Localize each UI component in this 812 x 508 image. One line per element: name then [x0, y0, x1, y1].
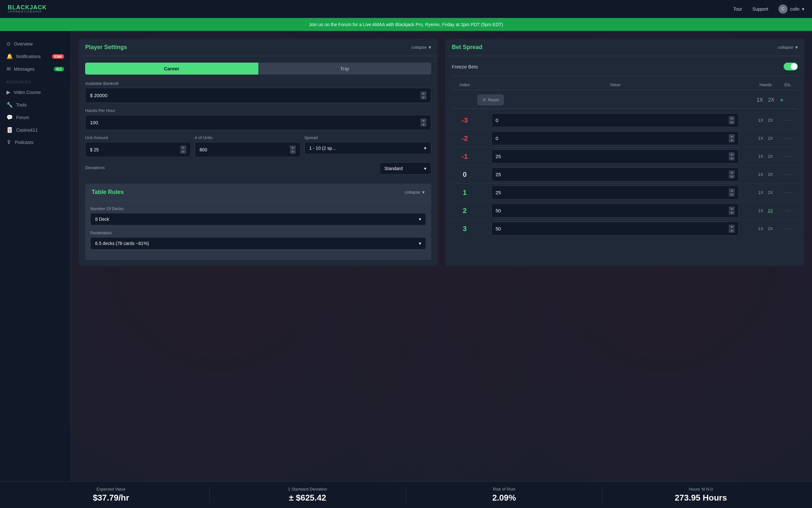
mult-1x[interactable]: 1X: [757, 225, 765, 232]
sidebar-item-tools[interactable]: 🔧 Tools: [0, 98, 70, 111]
table-rules-collapse[interactable]: collapse ▾: [405, 189, 425, 195]
spread-more-menu[interactable]: ···: [778, 207, 798, 214]
freeze-toggle[interactable]: [783, 62, 798, 70]
mult-2x[interactable]: 2X: [767, 189, 774, 196]
mult-2x[interactable]: 2X: [767, 153, 774, 160]
spinner-down[interactable]: ▼: [729, 229, 734, 233]
mult-1x[interactable]: 1X: [757, 171, 765, 177]
table-rules-header[interactable]: Table Rules collapse ▾: [85, 184, 431, 201]
spinner-up[interactable]: ▲: [290, 145, 296, 150]
spinner-down[interactable]: ▼: [290, 150, 296, 154]
sidebar-item-notifications[interactable]: 🔔 Notifications 5368: [0, 50, 70, 62]
tab-career[interactable]: Career: [85, 62, 258, 75]
spread-more-menu[interactable]: ···: [778, 171, 798, 178]
sidebar-item-forum[interactable]: 💬 Forum: [0, 111, 70, 124]
spread-select[interactable]: 1 - 10 (2 sp… ▾: [304, 142, 431, 154]
num-units-input-wrapper: ▲ ▼: [195, 142, 300, 157]
spread-multipliers: 1X 2X: [753, 225, 778, 232]
brand-logo[interactable]: BLACKJACK APPRENTICESHIP: [8, 4, 47, 13]
mult-1x[interactable]: 1X: [757, 117, 765, 123]
spinner-down[interactable]: ▼: [729, 193, 734, 197]
spinner-up[interactable]: ▲: [729, 152, 734, 156]
value-spinner[interactable]: ▲ ▼: [729, 134, 734, 142]
spinner-down[interactable]: ▼: [729, 175, 734, 178]
spread-value-input[interactable]: [496, 118, 687, 123]
deviations-select[interactable]: Standard ▾: [380, 162, 431, 175]
bet-spread-collapse[interactable]: collapse ▾: [778, 44, 798, 50]
unit-spinner[interactable]: ▲ ▼: [180, 145, 186, 154]
spread-value-input[interactable]: [496, 208, 687, 213]
top-mult-1x[interactable]: 1X: [755, 96, 764, 103]
unit-amount-input[interactable]: [90, 147, 167, 152]
spread-value-input[interactable]: [496, 172, 687, 177]
spread-value-input[interactable]: [496, 190, 687, 195]
top-mult-2x[interactable]: 2X: [767, 96, 776, 103]
spinner-up[interactable]: ▲: [421, 119, 426, 122]
sidebar-item-podcasts[interactable]: 🎙 Podcasts: [0, 136, 70, 149]
support-link[interactable]: Support: [752, 6, 768, 12]
spinner-down[interactable]: ▼: [729, 211, 734, 215]
bet-spread-header[interactable]: Bet Spread collapse ▾: [445, 39, 804, 56]
tab-trip[interactable]: Trip: [258, 62, 431, 75]
spinner-down[interactable]: ▼: [180, 150, 186, 154]
promo-banner[interactable]: Join us on the Forum for a Live AMAA wit…: [0, 18, 812, 31]
mult-2x[interactable]: 2X: [767, 135, 774, 141]
spinner-up[interactable]: ▲: [729, 116, 734, 120]
tour-link[interactable]: Tour: [733, 6, 742, 12]
spinner-down[interactable]: ▼: [729, 157, 734, 160]
spinner-up[interactable]: ▲: [729, 134, 734, 138]
spread-more-menu[interactable]: ···: [778, 153, 798, 160]
mult-2x[interactable]: 2X: [767, 117, 774, 123]
spinner-up[interactable]: ▲: [729, 188, 734, 193]
units-spinner[interactable]: ▲ ▼: [290, 145, 296, 154]
sidebar-item-label: Tools: [16, 102, 27, 108]
bankroll-input[interactable]: [90, 93, 393, 98]
mult-1x[interactable]: 1X: [757, 153, 765, 160]
value-spinner[interactable]: ▲ ▼: [729, 170, 734, 178]
value-spinner[interactable]: ▲ ▼: [729, 207, 734, 215]
value-spinner[interactable]: ▲ ▼: [729, 116, 734, 124]
player-settings-header[interactable]: Player Settings collapse ▾: [79, 39, 438, 56]
mult-2x[interactable]: 2X: [767, 171, 774, 177]
mult-1x[interactable]: 1X: [757, 135, 765, 141]
mult-2x[interactable]: 2X: [767, 225, 774, 232]
hands-input[interactable]: [90, 120, 393, 125]
value-spinner[interactable]: ▲ ▼: [729, 225, 734, 233]
spinner-up[interactable]: ▲: [421, 91, 426, 95]
value-spinner[interactable]: ▲ ▼: [729, 152, 734, 160]
add-row-button[interactable]: ＋: [778, 95, 785, 104]
spinner-up[interactable]: ▲: [729, 207, 734, 210]
player-settings-collapse[interactable]: collapse ▾: [411, 44, 431, 50]
num-units-input[interactable]: [200, 147, 276, 152]
spread-more-menu[interactable]: ···: [778, 135, 798, 142]
spinner-up[interactable]: ▲: [729, 170, 734, 174]
spinner-down[interactable]: ▼: [421, 123, 426, 127]
user-menu[interactable]: C colin ▾: [778, 4, 804, 13]
mult-1x[interactable]: 1X: [757, 189, 765, 196]
spinner-down[interactable]: ▼: [421, 95, 426, 99]
spinner-up[interactable]: ▲: [180, 145, 186, 150]
spread-value-input[interactable]: [496, 135, 687, 141]
mult-1x[interactable]: 1X: [757, 208, 765, 214]
sidebar-item-video-course[interactable]: ▶ Video Course: [0, 86, 70, 98]
reset-button[interactable]: ↺ Reset: [478, 94, 504, 105]
hands-spinner[interactable]: ▲ ▼: [421, 119, 426, 127]
sidebar-item-overview[interactable]: ⊙ Overview: [0, 37, 70, 50]
spread-value-input[interactable]: [496, 226, 687, 231]
spread-more-menu[interactable]: ···: [778, 225, 798, 232]
sidebar-item-messages[interactable]: ✉ Messages 411: [0, 62, 70, 75]
penetration-select[interactable]: 6.5 decks (78 cards ~81%) ▾: [90, 237, 426, 250]
spread-value-input[interactable]: [496, 154, 687, 159]
spread-more-menu[interactable]: ···: [778, 189, 798, 196]
spread-more-menu[interactable]: ···: [778, 117, 798, 124]
spinner-up[interactable]: ▲: [729, 225, 734, 228]
spinner-down[interactable]: ▼: [729, 120, 734, 124]
num-decks-select[interactable]: 8 Deck ▾: [90, 213, 426, 225]
bankroll-spinner[interactable]: ▲ ▼: [421, 91, 426, 99]
value-spinner[interactable]: ▲ ▼: [729, 188, 734, 197]
spinner-down[interactable]: ▼: [729, 138, 734, 142]
sidebar-item-casino411[interactable]: 🃏 Casino411: [0, 124, 70, 136]
spread-field: Spread 1 - 10 (2 sp… ▾: [304, 135, 431, 157]
chevron-down-icon: ▾: [419, 217, 421, 222]
mult-2x-active[interactable]: 2X: [767, 208, 774, 214]
